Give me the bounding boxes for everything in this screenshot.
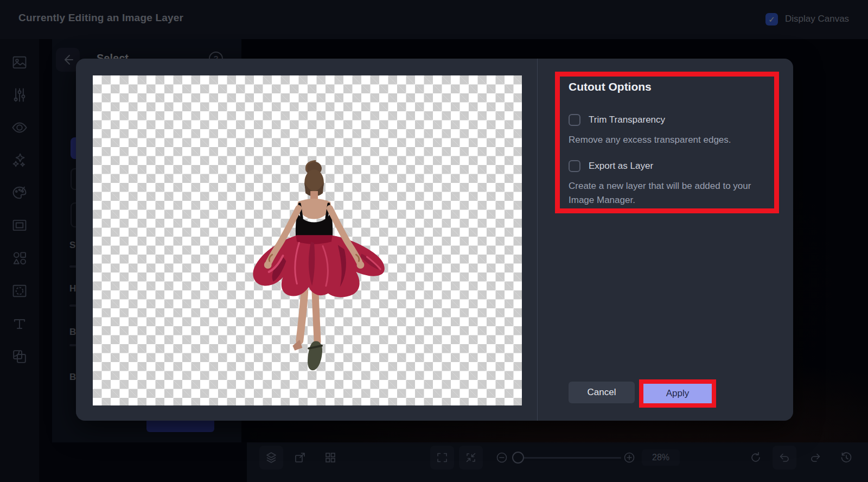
cutout-woman-image [247, 156, 393, 373]
apply-button[interactable]: Apply [643, 384, 712, 403]
transparency-preview [93, 75, 522, 405]
cutout-dialog: Cutout Options Trim Transparency Remove … [76, 59, 793, 421]
photo-editor-app: Currently Editing an Image Layer Display… [0, 0, 868, 482]
cancel-button[interactable]: Cancel [569, 382, 635, 403]
cutout-options-annotation [555, 72, 779, 213]
apply-button-annotation: Apply [639, 379, 716, 408]
